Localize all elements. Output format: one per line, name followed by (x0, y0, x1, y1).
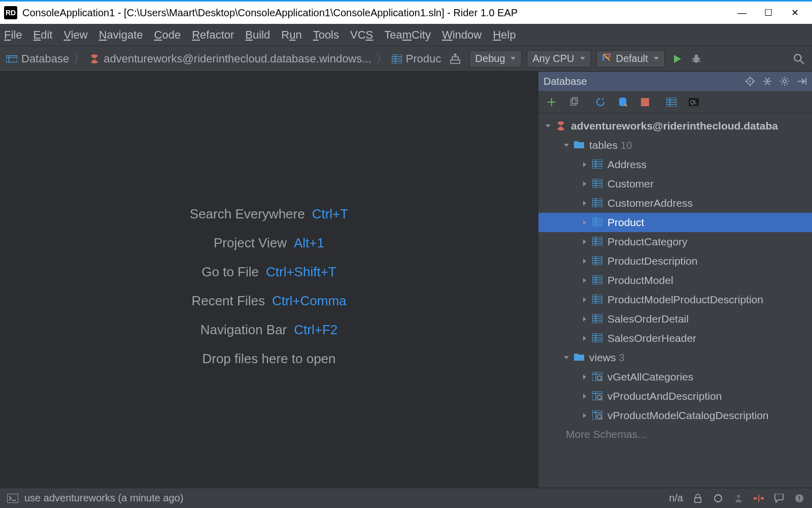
run-config-combo[interactable]: Debug (469, 50, 522, 68)
close-button[interactable]: ✕ (782, 2, 808, 24)
lock-icon[interactable] (692, 493, 703, 504)
tree-node-table[interactable]: SalesOrderHeader (538, 329, 812, 348)
platform-combo[interactable]: Any CPU (527, 50, 591, 68)
menu-view[interactable]: View (63, 28, 87, 42)
stop-button[interactable] (639, 96, 651, 108)
expand-icon[interactable] (580, 412, 589, 419)
database-icon (6, 54, 17, 64)
expand-icon[interactable] (562, 142, 571, 148)
expand-icon[interactable] (580, 200, 589, 206)
breadcrumb-connection[interactable]: adventureworks@riderinthecloud.database.… (89, 52, 371, 66)
resharper-icon (602, 53, 611, 65)
menu-help[interactable]: Help (493, 28, 516, 42)
platform-label: Any CPU (532, 53, 574, 65)
search-button[interactable] (792, 52, 806, 66)
tree-node-table[interactable]: ProductCategory (538, 232, 812, 251)
expand-icon[interactable] (580, 335, 589, 341)
expand-icon[interactable] (580, 181, 589, 187)
table-editor-button[interactable] (665, 96, 678, 108)
minimize-button[interactable]: — (729, 2, 755, 24)
feedback-icon[interactable] (773, 493, 785, 504)
db-properties-button[interactable] (617, 96, 629, 108)
event-log-icon[interactable] (794, 493, 805, 504)
tree-node-table[interactable]: ProductDescription (538, 251, 812, 271)
build-project-icon[interactable] (449, 53, 461, 65)
main-menubar: File Edit View Navigate Code Refactor Bu… (0, 24, 812, 46)
menu-teamcity[interactable]: TeamCity (384, 28, 431, 42)
open-console-button[interactable] (688, 96, 700, 108)
run-button[interactable] (670, 52, 684, 66)
tree-node-table[interactable]: ProductModel (538, 271, 812, 290)
expand-icon[interactable] (580, 316, 589, 322)
status-message: use adventureworks (a minute ago) (24, 492, 184, 504)
table-icon (592, 237, 603, 247)
menu-tools[interactable]: Tools (313, 28, 339, 42)
table-icon (592, 295, 603, 305)
status-cursor: n/a (669, 492, 683, 504)
expand-icon[interactable] (562, 355, 571, 361)
collapse-all-icon[interactable] (762, 76, 772, 86)
menu-refactor[interactable]: Refactor (192, 28, 234, 42)
tree-node-table[interactable]: CustomerAddress (538, 194, 812, 213)
settings-gear-icon[interactable] (780, 76, 790, 86)
menu-window[interactable]: Window (442, 28, 482, 42)
drop-hint: Drop files here to open (190, 351, 348, 367)
debug-button[interactable] (689, 52, 703, 66)
inspection-profile-icon[interactable] (733, 493, 744, 504)
table-icon (392, 54, 402, 64)
view-icon (592, 391, 603, 401)
duplicate-button[interactable] (568, 96, 580, 108)
tree-node-table[interactable]: Address (538, 155, 812, 174)
expand-icon[interactable] (580, 277, 589, 283)
hide-toolwindow-icon[interactable] (797, 76, 807, 86)
app-icon: RD (4, 6, 17, 19)
tree-node-table[interactable]: SalesOrderDetail (538, 309, 812, 329)
expand-icon[interactable] (580, 393, 589, 399)
tree-node-table[interactable]: Customer (538, 174, 812, 194)
window-titlebar: RD ConsoleApplication1 - [C:\Users\Maart… (0, 2, 812, 24)
tree-node-tables-folder[interactable]: tables 10 (538, 136, 812, 155)
menu-code[interactable]: Code (154, 28, 181, 42)
tree-node-connection[interactable]: adventureworks@riderinthecloud.databa (538, 116, 812, 136)
add-datasource-button[interactable] (546, 96, 558, 108)
scroll-from-source-icon[interactable] (745, 76, 755, 86)
target-combo[interactable]: Default (596, 50, 665, 68)
breadcrumb-database-label: Database (21, 52, 69, 66)
table-icon (592, 160, 603, 170)
tree-node-table[interactable]: vGetAllCategories (538, 367, 812, 387)
menu-edit[interactable]: Edit (33, 28, 52, 42)
menu-navigate[interactable]: Navigate (99, 28, 143, 42)
editor-empty-area[interactable]: Search EverywhereCtrl+T Project ViewAlt+… (0, 72, 538, 488)
database-toolwindow-header[interactable]: Database (538, 72, 812, 91)
expand-icon[interactable] (580, 219, 589, 226)
expand-icon[interactable] (580, 374, 589, 380)
tables-folder-label: tables (589, 139, 618, 151)
breadcrumb-table[interactable]: Produc (392, 52, 442, 66)
menu-run[interactable]: Run (281, 28, 301, 42)
tree-node-label: CustomerAddress (607, 197, 693, 209)
table-icon (592, 179, 603, 189)
tree-node-views-folder[interactable]: views 3 (538, 348, 812, 367)
refresh-button[interactable] (594, 96, 606, 108)
tree-node-label: Address (607, 158, 647, 171)
more-schemas-link[interactable]: More Schemas... (538, 425, 812, 443)
expand-icon[interactable] (544, 123, 553, 129)
breadcrumb-database[interactable]: Database (6, 52, 69, 66)
maximize-button[interactable]: ☐ (755, 2, 782, 24)
expand-icon[interactable] (580, 258, 589, 264)
expand-icon[interactable] (580, 297, 589, 303)
tree-node-table[interactable]: vProductAndDescription (538, 387, 812, 406)
expand-icon[interactable] (580, 239, 589, 245)
menu-file[interactable]: File (4, 28, 22, 42)
git-branch-conflict-icon[interactable] (753, 493, 764, 504)
menu-vcs[interactable]: VCS (350, 28, 373, 42)
chevron-down-icon (510, 55, 516, 63)
chevron-down-icon (580, 55, 586, 63)
tree-node-table[interactable]: Product (538, 213, 812, 232)
process-indicator-icon[interactable] (713, 493, 724, 504)
terminal-toolwindow-icon[interactable] (7, 493, 18, 504)
menu-build[interactable]: Build (245, 28, 270, 42)
tree-node-table[interactable]: ProductModelProductDescription (538, 290, 812, 309)
tree-node-table[interactable]: vProductModelCatalogDescription (538, 406, 812, 425)
expand-icon[interactable] (580, 162, 589, 168)
